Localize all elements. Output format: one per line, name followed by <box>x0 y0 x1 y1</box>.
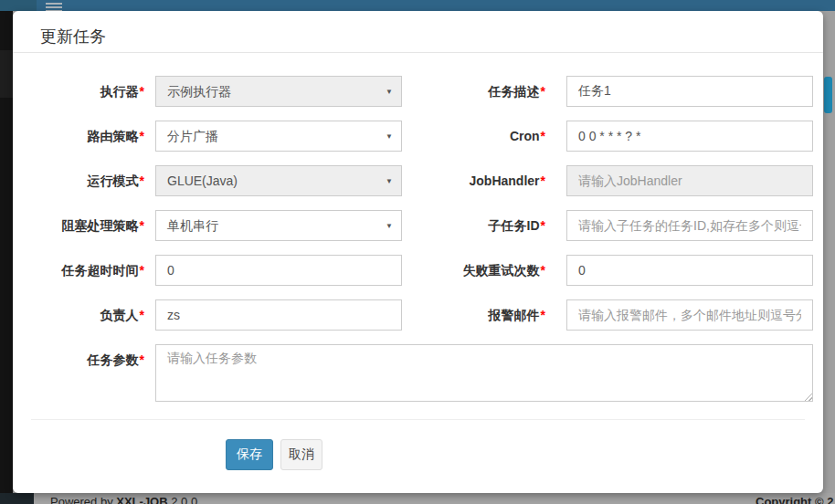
page-footer: Powered by XXL-JOB 2.0.0 Copyright © 2 <box>34 493 835 504</box>
title-divider <box>13 52 823 53</box>
child-jobid-label: 子任务ID* <box>402 210 545 241</box>
footer-brand: XXL-JOB <box>116 495 167 504</box>
block-strategy-label: 阻塞处理策略* <box>18 210 144 241</box>
navbar <box>0 0 835 11</box>
author-input[interactable] <box>155 299 402 331</box>
fail-retry-label: 失败重试次数* <box>402 255 545 286</box>
hamburger-icon[interactable] <box>46 0 62 11</box>
cron-label: Cron* <box>402 121 545 152</box>
executor-select-value: 示例执行器 <box>167 84 231 99</box>
timeout-label: 任务超时时间* <box>18 255 144 286</box>
form-divider <box>31 419 805 420</box>
save-button[interactable]: 保存 <box>226 439 273 470</box>
block-strategy-select-value: 单机串行 <box>167 218 218 233</box>
child-jobid-input[interactable] <box>566 210 813 241</box>
block-strategy-select[interactable]: 单机串行 ▼ <box>155 210 402 241</box>
screen: Powered by XXL-JOB 2.0.0 Copyright © 2 更… <box>0 0 835 504</box>
chevron-down-icon: ▼ <box>386 166 393 196</box>
executor-label: 执行器* <box>18 76 144 107</box>
glue-type-label: 运行模式* <box>18 165 144 196</box>
alarm-email-input[interactable] <box>566 299 813 331</box>
route-strategy-label: 路由策略* <box>18 121 144 152</box>
author-label: 负责人* <box>18 299 144 331</box>
job-handler-input[interactable] <box>566 165 813 196</box>
route-strategy-select[interactable]: 分片广播 ▼ <box>155 121 402 152</box>
glue-type-select[interactable]: GLUE(Java) ▼ <box>155 165 402 196</box>
executor-select[interactable]: 示例执行器 ▼ <box>155 76 402 107</box>
timeout-input[interactable] <box>155 255 402 286</box>
job-param-textarea[interactable] <box>155 344 813 402</box>
task-desc-label: 任务描述* <box>402 76 545 107</box>
search-button-fragment <box>824 77 832 113</box>
footer-copyright: Copyright © 2 <box>756 495 833 504</box>
sidebar-item-fragment <box>0 50 13 98</box>
update-task-modal: 更新任务 执行器* 示例执行器 ▼ 任务描述* 路由策略* 分片广播 ▼ Cro… <box>13 11 823 493</box>
alarm-email-label: 报警邮件* <box>402 299 545 331</box>
chevron-down-icon: ▼ <box>386 211 393 241</box>
task-desc-input[interactable] <box>566 76 813 107</box>
cancel-button[interactable]: 取消 <box>280 439 322 470</box>
footer-powered-by: Powered by XXL-JOB 2.0.0 <box>50 495 197 504</box>
sidebar-bottom-fragment <box>0 493 34 504</box>
job-param-label: 任务参数* <box>18 344 144 375</box>
job-handler-label: JobHandler* <box>402 165 545 196</box>
logo-area <box>0 0 37 11</box>
route-strategy-select-value: 分片广播 <box>167 129 218 143</box>
cron-input[interactable] <box>566 121 813 152</box>
glue-type-select-value: GLUE(Java) <box>167 173 238 188</box>
chevron-down-icon: ▼ <box>386 77 393 107</box>
chevron-down-icon: ▼ <box>386 121 393 152</box>
fail-retry-input[interactable] <box>566 255 813 286</box>
modal-title: 更新任务 <box>40 22 106 52</box>
sidebar <box>0 11 13 504</box>
